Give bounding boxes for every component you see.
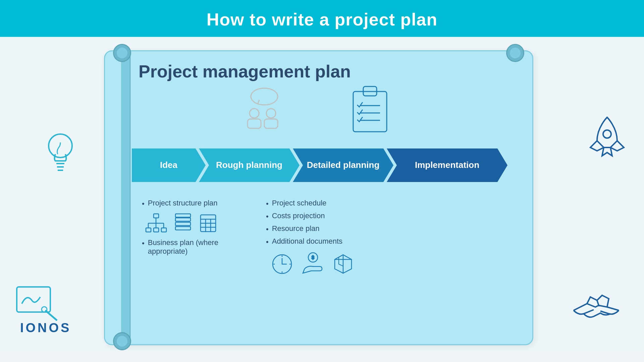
org-chart-icon <box>145 213 167 233</box>
lightbulb-icon <box>40 127 80 179</box>
svg-line-6 <box>45 310 57 320</box>
detailed-bullet-1: • Project schedule <box>266 199 397 208</box>
hand-coin-icon: $ <box>301 251 325 275</box>
calendar-clock-icon <box>269 251 294 275</box>
svg-rect-5 <box>17 287 50 312</box>
svg-point-8 <box>251 88 278 105</box>
detailed-bullet-2: • Costs projection <box>266 212 397 221</box>
svg-rect-20 <box>154 228 159 232</box>
arrows-row: Idea Rough planning Detailed planning Im… <box>132 148 534 182</box>
content-area: IONOS <box>0 37 644 352</box>
svg-rect-10 <box>248 119 261 128</box>
arrow-detailed-planning: Detailed planning <box>293 148 393 182</box>
layers-icon <box>174 213 192 233</box>
rough-planning-bullets: • Project structure plan <box>132 192 253 282</box>
scroll-container: Project management plan <box>104 50 533 345</box>
clipboard-checklist-icon <box>346 81 393 136</box>
plan-title: Project management plan <box>139 61 351 81</box>
ionos-logo: IONOS <box>20 321 71 335</box>
detailed-small-icons: $ <box>269 251 397 275</box>
rough-bullet-2: • Business plan (where appropriate) <box>142 238 243 256</box>
rough-small-icons <box>145 213 243 233</box>
svg-point-9 <box>250 109 259 118</box>
header-bar: How to write a project plan <box>0 0 644 37</box>
svg-rect-13 <box>353 92 387 132</box>
detailed-planning-bullets: • Project schedule • Costs projection • … <box>253 192 407 282</box>
svg-rect-27 <box>175 227 191 230</box>
svg-rect-28 <box>175 222 191 226</box>
package-icon <box>331 251 355 275</box>
handshake-icon <box>570 287 624 325</box>
scroll-curl-bottom-left <box>113 332 131 350</box>
svg-point-7 <box>42 307 47 312</box>
rocket-icon <box>587 111 627 162</box>
spreadsheet-icon <box>199 213 217 233</box>
svg-rect-29 <box>175 218 191 221</box>
svg-text:$: $ <box>312 255 314 260</box>
svg-rect-18 <box>154 214 159 218</box>
bullet-section: • Project structure plan <box>132 192 518 282</box>
scroll-curl-top-right <box>506 44 524 62</box>
rough-bullet-1: • Project structure plan <box>142 199 243 208</box>
detailed-bullet-4: • Additional documents <box>266 237 397 246</box>
detailed-bullet-3: • Resource plan <box>266 224 397 234</box>
svg-rect-19 <box>146 228 151 232</box>
arrow-idea: Idea <box>132 148 206 182</box>
svg-point-4 <box>603 130 611 138</box>
arrow-implementation: Implementation <box>387 148 507 182</box>
svg-point-0 <box>49 134 72 158</box>
scroll-curl-top-left <box>113 44 131 62</box>
svg-rect-21 <box>161 228 166 232</box>
svg-rect-12 <box>264 119 278 128</box>
scroll-left-bar <box>121 51 130 344</box>
people-chat-icon <box>236 85 289 133</box>
arrow-rough-planning: Rough planning <box>199 148 300 182</box>
painting-icon <box>13 284 60 325</box>
page-title: How to write a project plan <box>0 9 644 29</box>
svg-rect-30 <box>175 214 191 217</box>
svg-point-11 <box>266 109 276 118</box>
